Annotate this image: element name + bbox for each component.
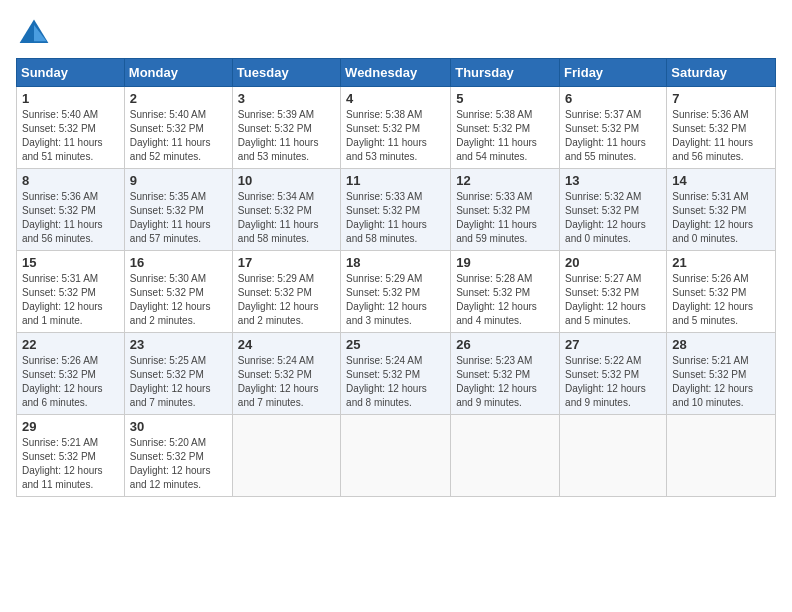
day-number: 1 xyxy=(22,91,119,106)
calendar-cell: 17Sunrise: 5:29 AMSunset: 5:32 PMDayligh… xyxy=(232,251,340,333)
calendar-cell: 27Sunrise: 5:22 AMSunset: 5:32 PMDayligh… xyxy=(560,333,667,415)
page-header xyxy=(16,16,776,52)
logo xyxy=(16,16,56,52)
day-number: 29 xyxy=(22,419,119,434)
weekday-header: Wednesday xyxy=(341,59,451,87)
day-info: Sunrise: 5:24 AMSunset: 5:32 PMDaylight:… xyxy=(346,354,445,410)
day-number: 30 xyxy=(130,419,227,434)
day-number: 20 xyxy=(565,255,661,270)
day-info: Sunrise: 5:29 AMSunset: 5:32 PMDaylight:… xyxy=(346,272,445,328)
calendar-cell: 10Sunrise: 5:34 AMSunset: 5:32 PMDayligh… xyxy=(232,169,340,251)
calendar-cell: 23Sunrise: 5:25 AMSunset: 5:32 PMDayligh… xyxy=(124,333,232,415)
day-info: Sunrise: 5:38 AMSunset: 5:32 PMDaylight:… xyxy=(346,108,445,164)
day-number: 14 xyxy=(672,173,770,188)
day-info: Sunrise: 5:40 AMSunset: 5:32 PMDaylight:… xyxy=(130,108,227,164)
day-number: 3 xyxy=(238,91,335,106)
weekday-header-row: SundayMondayTuesdayWednesdayThursdayFrid… xyxy=(17,59,776,87)
day-number: 27 xyxy=(565,337,661,352)
calendar-row: 1Sunrise: 5:40 AMSunset: 5:32 PMDaylight… xyxy=(17,87,776,169)
calendar-cell: 26Sunrise: 5:23 AMSunset: 5:32 PMDayligh… xyxy=(451,333,560,415)
day-number: 7 xyxy=(672,91,770,106)
day-number: 19 xyxy=(456,255,554,270)
calendar-row: 15Sunrise: 5:31 AMSunset: 5:32 PMDayligh… xyxy=(17,251,776,333)
day-info: Sunrise: 5:28 AMSunset: 5:32 PMDaylight:… xyxy=(456,272,554,328)
calendar-cell: 29Sunrise: 5:21 AMSunset: 5:32 PMDayligh… xyxy=(17,415,125,497)
day-number: 26 xyxy=(456,337,554,352)
calendar-cell: 6Sunrise: 5:37 AMSunset: 5:32 PMDaylight… xyxy=(560,87,667,169)
calendar-row: 8Sunrise: 5:36 AMSunset: 5:32 PMDaylight… xyxy=(17,169,776,251)
day-number: 16 xyxy=(130,255,227,270)
weekday-header: Tuesday xyxy=(232,59,340,87)
day-info: Sunrise: 5:27 AMSunset: 5:32 PMDaylight:… xyxy=(565,272,661,328)
calendar-cell: 9Sunrise: 5:35 AMSunset: 5:32 PMDaylight… xyxy=(124,169,232,251)
calendar-cell: 21Sunrise: 5:26 AMSunset: 5:32 PMDayligh… xyxy=(667,251,776,333)
day-number: 23 xyxy=(130,337,227,352)
day-info: Sunrise: 5:26 AMSunset: 5:32 PMDaylight:… xyxy=(22,354,119,410)
day-info: Sunrise: 5:21 AMSunset: 5:32 PMDaylight:… xyxy=(672,354,770,410)
day-info: Sunrise: 5:36 AMSunset: 5:32 PMDaylight:… xyxy=(672,108,770,164)
day-number: 18 xyxy=(346,255,445,270)
day-info: Sunrise: 5:31 AMSunset: 5:32 PMDaylight:… xyxy=(672,190,770,246)
calendar-cell xyxy=(341,415,451,497)
day-number: 4 xyxy=(346,91,445,106)
day-info: Sunrise: 5:26 AMSunset: 5:32 PMDaylight:… xyxy=(672,272,770,328)
day-info: Sunrise: 5:31 AMSunset: 5:32 PMDaylight:… xyxy=(22,272,119,328)
day-number: 25 xyxy=(346,337,445,352)
day-info: Sunrise: 5:34 AMSunset: 5:32 PMDaylight:… xyxy=(238,190,335,246)
calendar-cell: 11Sunrise: 5:33 AMSunset: 5:32 PMDayligh… xyxy=(341,169,451,251)
calendar-cell xyxy=(232,415,340,497)
day-info: Sunrise: 5:35 AMSunset: 5:32 PMDaylight:… xyxy=(130,190,227,246)
day-info: Sunrise: 5:30 AMSunset: 5:32 PMDaylight:… xyxy=(130,272,227,328)
day-info: Sunrise: 5:25 AMSunset: 5:32 PMDaylight:… xyxy=(130,354,227,410)
day-info: Sunrise: 5:32 AMSunset: 5:32 PMDaylight:… xyxy=(565,190,661,246)
weekday-header: Monday xyxy=(124,59,232,87)
calendar-cell: 14Sunrise: 5:31 AMSunset: 5:32 PMDayligh… xyxy=(667,169,776,251)
day-info: Sunrise: 5:29 AMSunset: 5:32 PMDaylight:… xyxy=(238,272,335,328)
logo-icon xyxy=(16,16,52,52)
day-number: 12 xyxy=(456,173,554,188)
day-info: Sunrise: 5:38 AMSunset: 5:32 PMDaylight:… xyxy=(456,108,554,164)
day-number: 15 xyxy=(22,255,119,270)
calendar-cell: 22Sunrise: 5:26 AMSunset: 5:32 PMDayligh… xyxy=(17,333,125,415)
day-number: 17 xyxy=(238,255,335,270)
calendar-cell xyxy=(560,415,667,497)
day-info: Sunrise: 5:39 AMSunset: 5:32 PMDaylight:… xyxy=(238,108,335,164)
day-info: Sunrise: 5:40 AMSunset: 5:32 PMDaylight:… xyxy=(22,108,119,164)
calendar-cell: 7Sunrise: 5:36 AMSunset: 5:32 PMDaylight… xyxy=(667,87,776,169)
calendar-cell: 28Sunrise: 5:21 AMSunset: 5:32 PMDayligh… xyxy=(667,333,776,415)
calendar-cell: 19Sunrise: 5:28 AMSunset: 5:32 PMDayligh… xyxy=(451,251,560,333)
calendar-cell: 18Sunrise: 5:29 AMSunset: 5:32 PMDayligh… xyxy=(341,251,451,333)
day-number: 28 xyxy=(672,337,770,352)
calendar-cell: 30Sunrise: 5:20 AMSunset: 5:32 PMDayligh… xyxy=(124,415,232,497)
calendar-cell: 5Sunrise: 5:38 AMSunset: 5:32 PMDaylight… xyxy=(451,87,560,169)
day-info: Sunrise: 5:23 AMSunset: 5:32 PMDaylight:… xyxy=(456,354,554,410)
day-number: 10 xyxy=(238,173,335,188)
day-info: Sunrise: 5:20 AMSunset: 5:32 PMDaylight:… xyxy=(130,436,227,492)
calendar-cell: 12Sunrise: 5:33 AMSunset: 5:32 PMDayligh… xyxy=(451,169,560,251)
calendar-cell: 15Sunrise: 5:31 AMSunset: 5:32 PMDayligh… xyxy=(17,251,125,333)
day-number: 21 xyxy=(672,255,770,270)
day-number: 5 xyxy=(456,91,554,106)
calendar-cell: 1Sunrise: 5:40 AMSunset: 5:32 PMDaylight… xyxy=(17,87,125,169)
calendar-cell: 16Sunrise: 5:30 AMSunset: 5:32 PMDayligh… xyxy=(124,251,232,333)
weekday-header: Thursday xyxy=(451,59,560,87)
day-number: 11 xyxy=(346,173,445,188)
day-number: 13 xyxy=(565,173,661,188)
day-info: Sunrise: 5:22 AMSunset: 5:32 PMDaylight:… xyxy=(565,354,661,410)
calendar: SundayMondayTuesdayWednesdayThursdayFrid… xyxy=(16,58,776,497)
calendar-cell: 25Sunrise: 5:24 AMSunset: 5:32 PMDayligh… xyxy=(341,333,451,415)
day-info: Sunrise: 5:33 AMSunset: 5:32 PMDaylight:… xyxy=(346,190,445,246)
calendar-row: 29Sunrise: 5:21 AMSunset: 5:32 PMDayligh… xyxy=(17,415,776,497)
calendar-cell: 20Sunrise: 5:27 AMSunset: 5:32 PMDayligh… xyxy=(560,251,667,333)
calendar-cell: 13Sunrise: 5:32 AMSunset: 5:32 PMDayligh… xyxy=(560,169,667,251)
day-number: 24 xyxy=(238,337,335,352)
day-info: Sunrise: 5:21 AMSunset: 5:32 PMDaylight:… xyxy=(22,436,119,492)
weekday-header: Saturday xyxy=(667,59,776,87)
day-info: Sunrise: 5:37 AMSunset: 5:32 PMDaylight:… xyxy=(565,108,661,164)
calendar-cell xyxy=(667,415,776,497)
day-number: 8 xyxy=(22,173,119,188)
weekday-header: Friday xyxy=(560,59,667,87)
weekday-header: Sunday xyxy=(17,59,125,87)
calendar-row: 22Sunrise: 5:26 AMSunset: 5:32 PMDayligh… xyxy=(17,333,776,415)
calendar-cell xyxy=(451,415,560,497)
